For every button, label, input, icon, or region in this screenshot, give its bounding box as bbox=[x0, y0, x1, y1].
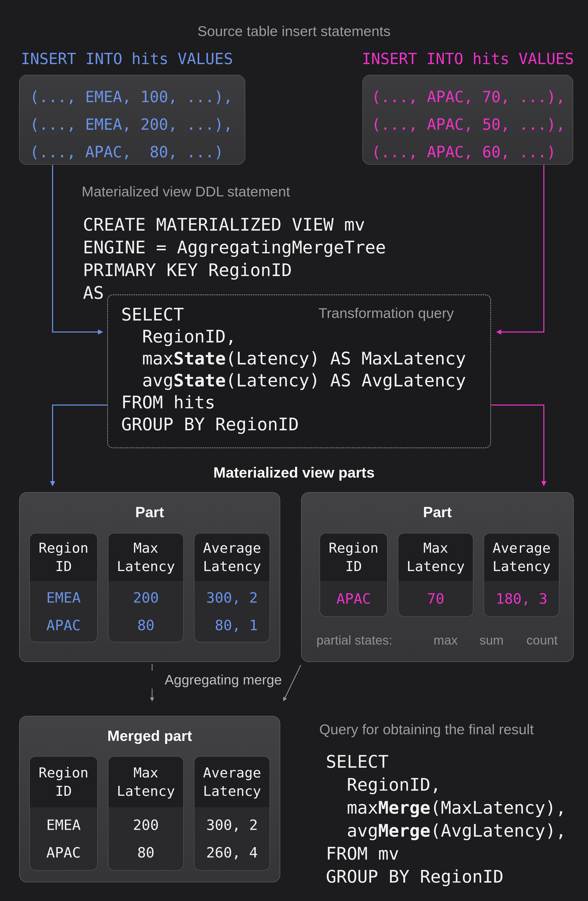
part-left-col-avg: Average Latency 300, 2 80, 1 bbox=[194, 533, 270, 642]
merged-col-max: Max Latency 200 80 bbox=[108, 756, 184, 871]
insert-right-box: (..., APAC, 70, ...), (..., APAC, 50, ..… bbox=[362, 75, 573, 165]
tq-maxstate-line: maxState(Latency) AS MaxLatency bbox=[121, 348, 466, 369]
merged-part-title: Merged part bbox=[20, 728, 280, 744]
fq-avg-post: (AvgLatency), bbox=[430, 821, 566, 841]
tq-select: SELECT bbox=[121, 304, 466, 326]
label-aggregating-merge: Aggregating merge bbox=[147, 672, 300, 687]
col-header-label: Max Latency bbox=[114, 539, 178, 576]
partial-states-label: partial states: bbox=[316, 634, 392, 647]
col-header-label: Region ID bbox=[322, 539, 385, 576]
cell: APAC bbox=[336, 591, 371, 606]
cell: APAC bbox=[46, 618, 81, 632]
col-header-label: Region ID bbox=[32, 539, 95, 576]
tq-group: GROUP BY RegionID bbox=[121, 413, 466, 435]
ddl-line: PRIMARY KEY RegionID bbox=[83, 259, 386, 281]
partial-state-sum: sum bbox=[479, 634, 504, 647]
materialized-view-diagram: Source table insert statements INSERT IN… bbox=[0, 0, 588, 901]
title-final-query: Query for obtaining the final result bbox=[319, 722, 534, 737]
ddl-code: CREATE MATERIALIZED VIEW mv ENGINE = Agg… bbox=[83, 213, 386, 304]
col-header-label: Average Latency bbox=[200, 764, 264, 800]
col-header-label: Max Latency bbox=[114, 764, 178, 800]
insert-right-row: (..., APAC, 70, ...), bbox=[372, 83, 573, 111]
part-right-col-max: Max Latency 70 bbox=[398, 533, 474, 617]
fq-group: GROUP BY RegionID bbox=[326, 865, 566, 888]
merged-part-box: Merged part Region ID EMEA APAC Max Late… bbox=[19, 716, 280, 882]
fq-from: FROM mv bbox=[326, 842, 566, 865]
fq-max-pre: max bbox=[326, 798, 378, 818]
title-mv-parts: Materialized view parts bbox=[0, 465, 588, 480]
fq-avg-pre: avg bbox=[326, 821, 378, 841]
fq-maxmerge-line: maxMerge(MaxLatency), bbox=[326, 796, 566, 819]
part-left-col-region: Region ID EMEA APAC bbox=[30, 533, 98, 642]
merged-col-avg: Average Latency 300, 2 260, 4 bbox=[194, 756, 270, 871]
insert-left-row: (..., EMEA, 100, ...), bbox=[30, 83, 245, 111]
part-right-col-avg: Average Latency 180, 3 bbox=[484, 533, 559, 617]
part-right-title: Part bbox=[302, 504, 573, 520]
col-header-label: Max Latency bbox=[404, 539, 468, 576]
cell: EMEA bbox=[46, 591, 81, 605]
tq-avg-pre: avg bbox=[121, 370, 174, 390]
insert-right-row: (..., APAC, 50, ...), bbox=[372, 111, 573, 138]
insert-left-header: INSERT INTO hits VALUES bbox=[21, 51, 233, 66]
partial-state-max: max bbox=[434, 634, 457, 647]
insert-left-row: (..., EMEA, 200, ...), bbox=[30, 111, 245, 138]
fq-select: SELECT bbox=[326, 750, 566, 773]
tq-from: FROM hits bbox=[121, 391, 466, 413]
cell: 80 bbox=[137, 845, 154, 860]
tq-avg-post: (Latency) AS AvgLatency bbox=[226, 370, 466, 390]
fq-avgmerge-line: avgMerge(AvgLatency), bbox=[326, 819, 566, 842]
cell: 300, 2 bbox=[206, 591, 258, 605]
title-source-inserts: Source table insert statements bbox=[0, 24, 588, 38]
part-right-col-region: Region ID APAC bbox=[319, 533, 388, 617]
tq-max-bold: State bbox=[174, 348, 226, 368]
merged-col-region: Region ID EMEA APAC bbox=[30, 756, 98, 871]
cell: 260, 4 bbox=[206, 845, 258, 860]
tq-avg-bold: State bbox=[174, 370, 226, 390]
part-left-col-max: Max Latency 200 80 bbox=[108, 533, 184, 642]
ddl-line: ENGINE = AggregatingMergeTree bbox=[83, 236, 386, 259]
col-header-label: Average Latency bbox=[200, 539, 264, 576]
insert-right-header: INSERT INTO hits VALUES bbox=[362, 51, 574, 66]
fq-avg-bold: Merge bbox=[378, 821, 431, 841]
part-left-title: Part bbox=[20, 504, 280, 520]
col-header-label: Average Latency bbox=[490, 539, 554, 576]
fq-max-bold: Merge bbox=[378, 798, 431, 818]
part-box-left: Part Region ID EMEA APAC Max Latency 200… bbox=[19, 492, 280, 662]
tq-avgstate-line: avgState(Latency) AS AvgLatency bbox=[121, 369, 466, 391]
fq-max-post: (MaxLatency), bbox=[430, 798, 566, 818]
arrow-insert-right-to-query bbox=[498, 165, 544, 332]
tq-max-pre: max bbox=[121, 348, 174, 368]
cell: 70 bbox=[427, 591, 444, 606]
cell: EMEA bbox=[46, 818, 81, 832]
transformation-query-code: SELECT RegionID, maxState(Latency) AS Ma… bbox=[121, 304, 466, 435]
insert-left-box: (..., EMEA, 100, ...), (..., EMEA, 200, … bbox=[19, 75, 245, 165]
cell: 80 bbox=[137, 618, 154, 632]
cell: APAC bbox=[46, 845, 81, 860]
partial-state-count: count bbox=[526, 634, 558, 647]
fq-region: RegionID, bbox=[326, 773, 566, 796]
ddl-line: CREATE MATERIALIZED VIEW mv bbox=[83, 213, 386, 236]
cell: 200 bbox=[133, 818, 159, 832]
part-box-right: Part Region ID APAC Max Latency 70 Avera… bbox=[301, 492, 574, 662]
tq-region: RegionID, bbox=[121, 326, 466, 348]
title-ddl: Materialized view DDL statement bbox=[82, 184, 290, 199]
cell: 80, 1 bbox=[206, 618, 258, 632]
insert-right-row: (..., APAC, 60, ...) bbox=[372, 138, 573, 166]
cell: 300, 2 bbox=[206, 818, 258, 832]
tq-max-post: (Latency) AS MaxLatency bbox=[226, 348, 466, 368]
final-query-code: SELECT RegionID, maxMerge(MaxLatency), a… bbox=[326, 750, 566, 888]
cell: 180, 3 bbox=[496, 591, 548, 606]
insert-left-row: (..., APAC, 80, ...) bbox=[30, 138, 245, 166]
col-header-label: Region ID bbox=[32, 764, 95, 800]
cell: 200 bbox=[133, 591, 159, 605]
